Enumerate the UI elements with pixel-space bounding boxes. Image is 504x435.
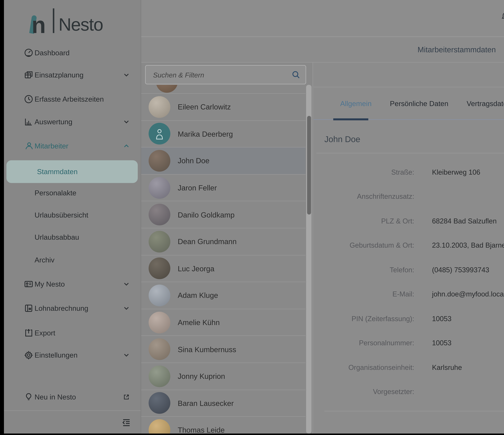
list-item-employee[interactable]: Adam Kluge	[141, 282, 306, 309]
notifications-bell-icon[interactable]	[500, 11, 504, 22]
sidebar-item-dashboard[interactable]: Dashboard	[4, 43, 141, 63]
list-item-employee[interactable]: Luc Jeorga	[141, 255, 306, 282]
field-pin-zeiterfassung: PIN (Zeiterfassung): 10053	[314, 315, 504, 324]
chevron-down-icon	[123, 305, 130, 312]
list-item-employee[interactable]: Baran Lausecker	[141, 390, 306, 417]
list-item-employee[interactable]: Jaron Feller	[141, 174, 306, 201]
chevron-down-icon	[123, 118, 130, 125]
chevron-down-icon	[123, 281, 130, 287]
avatar	[149, 419, 170, 434]
field-plz-ort: PLZ & Ort: 68284 Bad Salzuflen	[314, 217, 504, 227]
sidebar-item-export[interactable]: Export	[4, 323, 141, 343]
avatar	[149, 258, 170, 279]
external-link-icon	[123, 394, 130, 400]
avatar	[149, 96, 170, 118]
nesto-logo: n Nesto	[30, 5, 103, 34]
avatar	[149, 339, 170, 360]
person-icon	[24, 141, 34, 151]
chevron-down-icon	[123, 71, 130, 78]
sidebar-item-archiv[interactable]: Archiv	[4, 250, 141, 270]
dashboard-icon	[24, 48, 34, 58]
sidebar-item-erfasste-arbeitszeiten[interactable]: Erfasste Arbeitszeiten	[4, 89, 141, 109]
search-box	[145, 65, 306, 84]
field-anschriftenzusatz: Anschriftenzusatz:	[314, 192, 504, 202]
list-item-employee[interactable]: Marika Deerberg	[141, 121, 306, 148]
search-icon[interactable]	[292, 70, 300, 79]
detail-content: John Doe Straße: Kleiberweg 106 Anschrif…	[314, 120, 504, 434]
field-strasse: Straße: Kleiberweg 106	[314, 168, 504, 178]
field-telefon: Telefon: (0485) 753993743	[314, 266, 504, 276]
tab-persoenliche-daten[interactable]: Persönliche Daten	[390, 99, 448, 107]
list-item-employee-selected[interactable]: John Doe	[141, 148, 306, 174]
avatar	[149, 231, 170, 252]
avatar	[149, 150, 170, 172]
lightbulb-icon	[24, 392, 34, 402]
logo-n-glyph: n	[32, 13, 45, 36]
logo-divider	[53, 8, 54, 33]
sidebar-item-einsatzplanung[interactable]: Einsatzplanung	[4, 65, 141, 85]
list-item-employee[interactable]: Amelie Kühn	[141, 309, 306, 336]
section-title: John Doe	[324, 135, 360, 145]
export-icon	[24, 328, 34, 338]
payroll-doc-icon	[24, 303, 34, 313]
field-email: E-Mail: john.doe@myfood.local	[314, 290, 504, 300]
sidebar-item-einstellungen[interactable]: Einstellungen	[4, 345, 141, 365]
detail-header: John Doe	[314, 63, 504, 87]
person-placeholder-avatar	[149, 123, 170, 145]
list-item-partially-scrolled[interactable]	[141, 85, 306, 94]
page-header: Mitarbeiterstammdaten Import	[141, 37, 504, 63]
avatar	[149, 312, 170, 333]
list-item-employee[interactable]: Danilo Goldkamp	[141, 201, 306, 228]
avatar	[149, 392, 170, 414]
gear-icon	[24, 350, 34, 360]
sidebar-item-lohnabrechnung[interactable]: Lohnabrechnung	[4, 298, 141, 318]
field-personalnummer: Personalnummer: 10053	[314, 339, 504, 349]
avatar	[149, 285, 170, 306]
sidebar-item-urlaubsabbau[interactable]: Urlaubsabbau	[4, 227, 141, 247]
page-title: Mitarbeiterstammdaten	[141, 45, 504, 54]
avatar	[149, 177, 170, 199]
sidebar-item-stammdaten-active[interactable]: Stammdaten	[7, 160, 138, 183]
avatar	[149, 365, 170, 387]
detail-tabs: Allgemein Persönliche Daten Vertragsdate…	[314, 87, 504, 120]
collapse-sidebar-icon[interactable]	[121, 417, 132, 428]
chevron-up-icon	[123, 143, 130, 149]
sidebar-item-personalakte[interactable]: Personalakte	[4, 183, 141, 203]
field-organisationseinheit: Organisationseinheit: Karlsruhe	[314, 364, 504, 373]
sidebar-footer-divider	[4, 410, 141, 411]
list-item-employee[interactable]: Thomas Leide	[141, 417, 306, 434]
detail-title: John Doe	[314, 70, 504, 79]
logo-wordmark: Nesto	[58, 16, 103, 34]
section-bottom-divider	[324, 411, 504, 411]
nesto-logo-mark: n	[30, 9, 49, 34]
sidebar-item-mitarbeiter[interactable]: Mitarbeiter	[4, 136, 141, 156]
search-input[interactable]	[152, 66, 285, 84]
avatar	[149, 204, 170, 226]
field-geburtsdatum-ort: Geburtsdatum & Ort: 23.10.2003, Bad Bjar…	[314, 241, 504, 251]
employee-detail-panel: John Doe Allgemein Persönliche Daten Ver…	[314, 63, 504, 434]
bar-chart-icon	[24, 117, 34, 127]
app-screenshot: n Nesto Dashboard Einsatzplanung Erfa	[0, 0, 504, 435]
main-area: Handbuch Karlsruhe Mitarbeiterstammdaten…	[141, 0, 504, 434]
chevron-down-icon	[123, 352, 130, 359]
sidebar-item-neu-in-nesto[interactable]: Neu in Nesto	[4, 387, 141, 407]
employee-list: Eileen Carlowitz Marika Deerberg John Do…	[141, 85, 306, 434]
planning-grid-icon	[24, 70, 34, 80]
avatar	[156, 85, 178, 93]
list-item-employee[interactable]: Eileen Carlowitz	[141, 94, 306, 121]
list-scrollbar-thumb[interactable]	[307, 116, 311, 215]
list-item-employee[interactable]: Dean Grundmann	[141, 228, 306, 255]
list-item-employee[interactable]: Jonny Kuprion	[141, 363, 306, 390]
sidebar-item-urlaubsuebersicht[interactable]: Urlaubsübersicht	[4, 205, 141, 225]
clock-icon	[24, 94, 34, 104]
tab-allgemein[interactable]: Allgemein	[340, 99, 372, 107]
field-vorgesetzter: Vorgesetzter:	[314, 388, 504, 398]
tab-vertragsdaten[interactable]: Vertragsdaten	[467, 99, 504, 107]
sidebar-item-my-nesto[interactable]: My Nesto	[4, 274, 141, 294]
sidebar: n Nesto Dashboard Einsatzplanung Erfa	[4, 0, 141, 434]
sidebar-item-auswertung[interactable]: Auswertung	[4, 112, 141, 132]
list-item-employee[interactable]: Sina Kumbernuss	[141, 336, 306, 363]
section-divider	[316, 153, 504, 153]
employee-list-panel: Eileen Carlowitz Marika Deerberg John Do…	[141, 63, 313, 434]
top-bar: Handbuch Karlsruhe	[141, 0, 504, 37]
